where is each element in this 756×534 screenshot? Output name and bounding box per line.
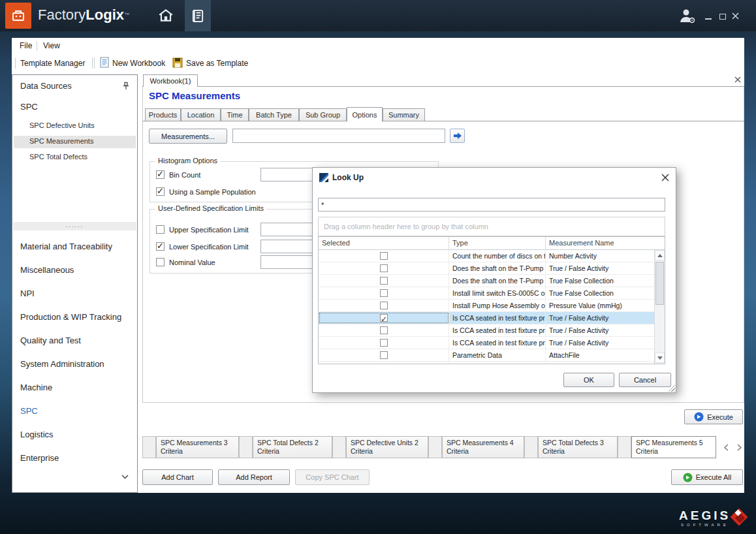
toolbar-separator <box>92 57 93 69</box>
sidebar-group-spc[interactable]: SPC <box>20 102 38 112</box>
lookup-row[interactable]: Does the shaft on the T-Pump ... True / … <box>319 262 654 275</box>
group-by-drop-zone[interactable]: Drag a column header here to group by th… <box>318 217 665 236</box>
measurements-button[interactable]: Measurements... <box>149 129 227 144</box>
user-settings-button[interactable] <box>678 7 696 26</box>
row-checkbox[interactable] <box>380 314 388 322</box>
maximize-button[interactable] <box>719 14 726 20</box>
vertical-scrollbar[interactable] <box>654 250 665 364</box>
criteria-tab-line1: SPC Measurements 3 <box>161 439 234 447</box>
tab-batch-type[interactable]: Batch Type <box>249 108 299 121</box>
lower-spec-limit-checkbox[interactable] <box>156 242 165 251</box>
home-button[interactable] <box>157 7 174 25</box>
add-report-button[interactable]: Add Report <box>218 469 290 485</box>
save-as-template-button[interactable]: Save as Template <box>186 59 248 68</box>
sidebar-section-miscellaneous[interactable]: Miscellaneous <box>20 265 74 275</box>
criteria-tab-spc-measurements-3[interactable]: SPC Measurements 3 Criteria <box>156 436 239 458</box>
factory-robot-icon <box>10 7 27 24</box>
execute-all-button[interactable]: Execute All <box>671 469 743 485</box>
column-header-measurement-name[interactable]: Measurement Name <box>546 237 665 250</box>
sidebar-section-machine[interactable]: Machine <box>20 383 52 392</box>
sidebar-section-spc[interactable]: SPC <box>20 406 38 416</box>
template-manager-button[interactable]: Template Manager <box>20 59 85 68</box>
row-checkbox[interactable] <box>380 264 388 272</box>
lookup-row-partial[interactable] <box>319 362 654 364</box>
sidebar-section-material-traceability[interactable]: Material and Traceability <box>20 242 112 251</box>
lookup-filter-input[interactable] <box>318 198 665 212</box>
sidebar-section-system-administration[interactable]: System Administration <box>20 359 104 369</box>
row-measurement-name: True False Collection <box>546 275 654 287</box>
tab-workbook-1[interactable]: Workbook(1) <box>143 74 198 87</box>
lookup-row[interactable]: Does the shaft on the T-Pump ... True Fa… <box>319 275 654 287</box>
scroll-up-button[interactable] <box>655 250 665 260</box>
sidebar-item-spc-measurements[interactable]: SPC Measurements <box>29 137 127 145</box>
sidebar-section-production-wip[interactable]: Production & WIP Tracking <box>20 312 121 322</box>
criteria-tab-line1: SPC Measurements 5 <box>636 439 712 447</box>
sample-population-checkbox[interactable] <box>156 187 165 196</box>
ok-button[interactable]: OK <box>563 373 614 387</box>
add-chart-button[interactable]: Add Chart <box>142 469 213 485</box>
sidebar-section-logistics[interactable]: Logistics <box>20 430 54 439</box>
pin-icon[interactable] <box>122 82 130 91</box>
tab-time[interactable]: Time <box>221 108 249 121</box>
row-checkbox[interactable] <box>380 289 388 297</box>
lookup-row[interactable]: Count the number of discs on t... Number… <box>319 250 654 262</box>
criteria-tab-spc-total-defects-2[interactable]: SPC Total Defects 2 Criteria <box>253 436 332 458</box>
lookup-row[interactable]: Install limit switch ES-0005C on... True… <box>319 287 654 300</box>
bin-count-checkbox[interactable] <box>156 170 165 179</box>
lookup-row[interactable]: Install Pump Hose Assembly on... Pressur… <box>319 300 654 312</box>
column-header-selected[interactable]: Selected <box>319 237 449 250</box>
row-checkbox[interactable] <box>380 351 388 359</box>
criteria-tab-line1: SPC Defective Units 2 <box>351 439 424 447</box>
criteria-tab-spc-defective-units-2[interactable]: SPC Defective Units 2 Criteria <box>346 436 428 458</box>
row-checkbox[interactable] <box>380 339 388 347</box>
tab-scroll-right-button[interactable] <box>734 441 744 453</box>
sidebar-splitter[interactable]: ...... <box>13 222 136 230</box>
workbook-designer-button[interactable] <box>185 0 211 31</box>
minimize-button[interactable] <box>705 18 712 20</box>
sidebar-item-spc-defective-units[interactable]: SPC Defective Units <box>29 121 127 129</box>
measurement-input[interactable] <box>232 129 445 143</box>
row-checkbox[interactable] <box>380 302 388 309</box>
row-checkbox[interactable] <box>380 326 388 334</box>
column-header-type[interactable]: Type <box>449 237 546 250</box>
row-checkbox[interactable] <box>380 277 388 285</box>
lookup-close-button[interactable] <box>661 174 669 183</box>
tab-summary[interactable]: Summary <box>383 108 425 121</box>
tab-products[interactable]: Products <box>145 108 181 121</box>
new-workbook-button[interactable]: New Workbook <box>112 59 165 68</box>
lookup-row[interactable]: Parametric Data AttachFile <box>319 349 654 362</box>
criteria-tab-spc-measurements-5[interactable]: SPC Measurements 5 Criteria <box>631 436 716 458</box>
scrollbar-thumb[interactable] <box>655 262 664 305</box>
criteria-tab-spc-total-defects-3[interactable]: SPC Total Defects 3 Criteria <box>538 436 618 458</box>
scroll-down-button[interactable] <box>655 353 665 363</box>
row-checkbox[interactable] <box>380 252 388 260</box>
lookup-row[interactable]: Is CCA seated in test fixture pr... True… <box>319 324 654 337</box>
close-workbook-button[interactable] <box>734 76 741 84</box>
copy-spc-chart-button[interactable]: Copy SPC Chart <box>295 469 370 485</box>
tab-sub-group[interactable]: Sub Group <box>299 108 347 121</box>
upper-spec-limit-checkbox[interactable] <box>156 225 165 234</box>
cancel-button[interactable]: Cancel <box>619 373 671 387</box>
menu-view[interactable]: View <box>39 40 64 52</box>
lookup-row[interactable]: Is CCA seated in test fixture pr... True… <box>319 337 654 349</box>
sidebar-section-quality-test[interactable]: Quality and Test <box>20 336 81 345</box>
execute-button[interactable]: Execute <box>684 409 743 424</box>
nominal-value-checkbox[interactable] <box>156 258 165 266</box>
lookup-grid-rows: Count the number of discs on t... Number… <box>319 250 654 364</box>
sidebar-section-npi[interactable]: NPI <box>20 289 35 298</box>
tab-options[interactable]: Options <box>347 107 383 121</box>
aegis-footer-brand: AEGIS <box>679 509 731 523</box>
sidebar-item-spc-total-defects[interactable]: SPC Total Defects <box>29 153 127 161</box>
data-sources-panel: Data Sources SPC SPC Defective Units SPC… <box>12 74 138 493</box>
go-button[interactable] <box>450 129 465 143</box>
criteria-tab-spc-measurements-4[interactable]: SPC Measurements 4 Criteria <box>442 436 524 458</box>
menu-file[interactable]: File <box>16 40 36 52</box>
lookup-row-selected[interactable]: Is CCA seated in test fixture pr... True… <box>319 312 654 324</box>
chevron-down-icon[interactable] <box>121 473 129 481</box>
sidebar-section-enterprise[interactable]: Enterprise <box>20 453 59 463</box>
tab-scroll-left-button[interactable] <box>721 441 731 453</box>
criteria-tab-line1: SPC Total Defects 3 <box>543 439 613 447</box>
tab-location[interactable]: Location <box>181 108 221 121</box>
criteria-tab-line1: SPC Total Defects 2 <box>257 439 328 447</box>
close-window-button[interactable] <box>732 12 739 21</box>
